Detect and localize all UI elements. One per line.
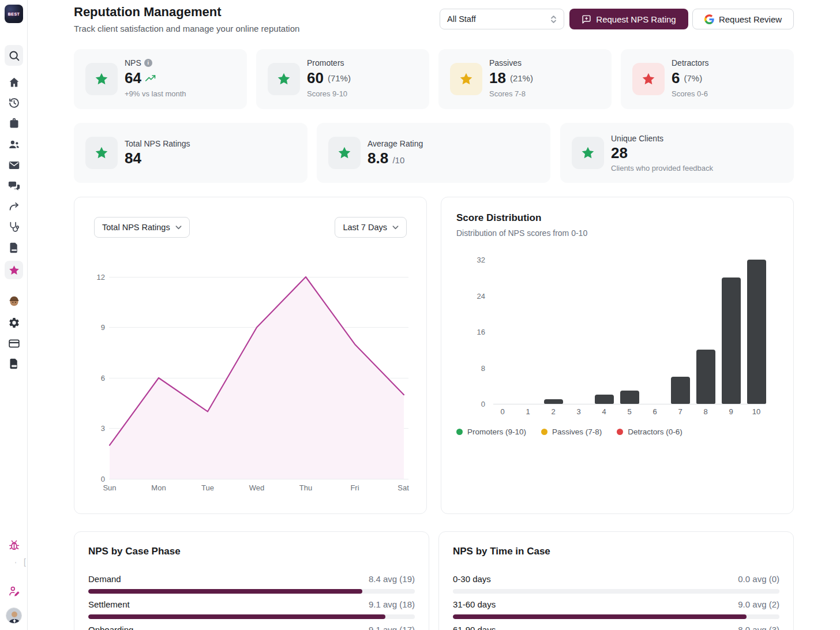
unique-clients-card: Unique Clients 28 Clients who provided f… <box>560 123 794 183</box>
trend-area-fill <box>110 277 404 479</box>
stat-sub: Scores 0-6 <box>672 89 709 98</box>
bar-score-2 <box>544 399 563 404</box>
star-icon <box>276 72 291 87</box>
date-range-select[interactable]: Last 7 Days <box>335 217 407 238</box>
nps-by-phase-title: NPS by Case Phase <box>88 546 181 557</box>
legend-item: Promoters (9-10) <box>456 427 526 436</box>
sidebar-item-notes[interactable] <box>0 358 28 370</box>
sidebar-item-documents[interactable] <box>0 242 28 254</box>
date-range-value: Last 7 Days <box>343 223 387 232</box>
users-icon <box>8 138 20 151</box>
y-tick: 6 <box>86 374 105 382</box>
average-rating-card: Average Rating 8.8 /10 <box>317 123 550 183</box>
time-value: 9.0 avg (2) <box>738 599 779 609</box>
metric-select-value: Total NPS Ratings <box>102 223 170 232</box>
gridline <box>109 479 408 479</box>
sidebar-item-contact-edit[interactable] <box>0 585 28 597</box>
home-icon <box>8 76 20 88</box>
star-icon <box>580 145 595 160</box>
stat-sub: +9% vs last month <box>125 89 186 98</box>
sidebar-item-search[interactable] <box>0 45 28 66</box>
summary-suffix: /10 <box>392 155 404 165</box>
stat-label: Passives <box>489 58 533 68</box>
chat-bubbles-icon <box>8 180 20 192</box>
credit-card-icon <box>8 337 20 350</box>
bug-icon <box>8 539 20 552</box>
x-tick: Mon <box>151 483 166 492</box>
y-tick: 9 <box>86 323 105 332</box>
time-value: 8.0 avg (3) <box>738 625 779 630</box>
y-tick: 8 <box>464 364 485 373</box>
stat-value: 60 <box>307 69 324 87</box>
score-distribution-card: Score Distribution Distribution of NPS s… <box>441 197 794 514</box>
sidebar-item-share[interactable] <box>0 201 28 213</box>
x-tick: Thu <box>299 483 312 492</box>
progress-track <box>453 589 779 594</box>
stat-value: 18 <box>489 69 506 87</box>
sidebar-item-billing[interactable] <box>0 337 28 350</box>
nps-trend-chart-card: Total NPS Ratings Last 7 Days 12 9 6 3 0… <box>74 197 427 514</box>
total-ratings-card: Total NPS Ratings 84 <box>74 123 308 183</box>
stethoscope-icon <box>8 221 20 233</box>
sidebar-item-messages[interactable] <box>0 180 28 192</box>
app-logo-text: BEST <box>8 12 20 16</box>
document-icon <box>8 242 20 254</box>
mascot-avatar-icon <box>8 295 20 307</box>
x-tick: Tue <box>201 483 214 492</box>
x-tick: Wed <box>249 483 265 492</box>
share-arrow-icon <box>8 201 20 213</box>
sidebar-item-debug[interactable] <box>0 539 28 552</box>
progress-fill <box>453 614 747 619</box>
progress-track <box>453 614 779 619</box>
star-icon <box>641 72 656 87</box>
stat-label: NPS <box>125 58 141 68</box>
request-review-button[interactable]: Request Review <box>692 9 794 29</box>
progress-track <box>88 589 415 594</box>
x-tick: 0 <box>490 407 515 416</box>
sidebar-item-cases[interactable] <box>0 117 28 129</box>
y-tick: 3 <box>86 424 105 433</box>
search-icon <box>8 50 20 62</box>
passives-stat-card: Passives 18 (21%) Scores 7-8 <box>438 49 612 109</box>
sidebar-item-home[interactable] <box>0 76 28 88</box>
stat-pct: (21%) <box>510 73 533 83</box>
stat-sub: Scores 9-10 <box>307 89 351 98</box>
staff-filter-select[interactable]: All Staff <box>440 9 564 29</box>
sidebar-item-medical[interactable] <box>0 221 28 233</box>
sidebar-item-reputation-active[interactable] <box>0 261 28 279</box>
sidebar-item-settings[interactable] <box>0 317 28 329</box>
phase-label: Onboarding <box>88 625 133 630</box>
sidebar-item-history[interactable] <box>0 97 28 109</box>
summary-label: Unique Clients <box>611 134 713 143</box>
phase-row: Settlement 9.1 avg (18) <box>88 598 415 619</box>
sidebar-item-mail[interactable] <box>0 159 28 171</box>
app-logo[interactable]: BEST <box>5 5 23 23</box>
summary-label: Total NPS Ratings <box>125 139 190 148</box>
bar-score-5 <box>620 391 639 404</box>
x-tick: 4 <box>591 407 617 416</box>
star-icon <box>337 145 352 160</box>
phase-label: Settlement <box>88 599 130 609</box>
y-tick: 16 <box>464 328 485 336</box>
x-tick: 8 <box>693 407 718 416</box>
stray-glyph: [ <box>24 557 26 567</box>
y-tick: 32 <box>464 256 485 264</box>
sidebar-item-clients[interactable] <box>0 138 28 151</box>
stat-sub: Scores 7-8 <box>489 89 533 98</box>
summary-value: 28 <box>611 144 713 162</box>
stray-glyph: ' <box>15 561 16 568</box>
staff-filter-value: All Staff <box>447 14 476 24</box>
legend-dot <box>617 429 623 435</box>
metric-select[interactable]: Total NPS Ratings <box>94 217 190 238</box>
phase-value: 9.1 avg (17) <box>369 625 415 630</box>
legend-label: Passives (7-8) <box>552 427 602 436</box>
info-icon[interactable]: i <box>144 59 152 67</box>
sidebar-item-mascot[interactable] <box>0 295 28 307</box>
request-nps-rating-button[interactable]: Request NPS Rating <box>569 9 688 29</box>
request-review-label: Request Review <box>719 14 782 24</box>
x-tick: 2 <box>541 407 566 416</box>
x-tick: 1 <box>515 407 541 416</box>
sidebar-item-profile[interactable] <box>0 608 28 624</box>
user-avatar <box>6 608 22 624</box>
stat-value: 64 <box>125 69 141 87</box>
